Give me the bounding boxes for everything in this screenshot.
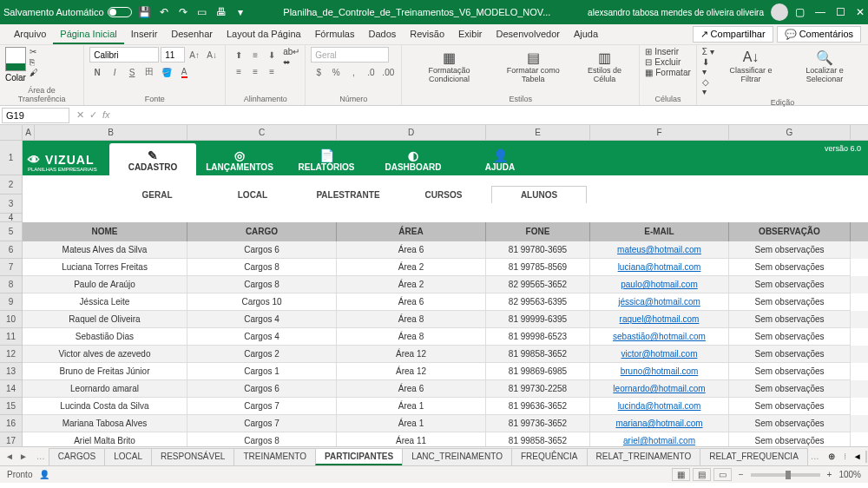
avatar[interactable] (771, 3, 788, 21)
cell-obs[interactable]: Sem observações (729, 276, 851, 293)
row-header[interactable]: 13 (0, 363, 23, 380)
table-row[interactable]: Jéssica LeiteCargos 10Área 682 99563-639… (23, 293, 868, 311)
table-row[interactable]: Victor alves de azevedoCargos 2Área 1281… (23, 346, 868, 363)
row-header[interactable]: 9 (0, 293, 23, 311)
row-header[interactable]: 15 (0, 398, 23, 415)
cell-obs[interactable]: Sem observações (729, 415, 851, 432)
cell-email[interactable]: mateus@hotmail.com (590, 241, 729, 259)
font-color-icon[interactable]: A (176, 64, 192, 80)
nav-dashboard[interactable]: ◐DASHBOARD (370, 148, 457, 175)
formula-input[interactable] (115, 109, 868, 122)
row-header[interactable]: 7 (0, 259, 23, 276)
increase-decimal-icon[interactable]: .0 (363, 64, 378, 80)
cell-nome[interactable]: Ariel Malta Brito (23, 432, 187, 446)
cell-fone[interactable]: 81 99780-3695 (486, 241, 590, 259)
font-name-select[interactable] (89, 47, 159, 63)
accessibility-icon[interactable]: 👤 (39, 470, 49, 479)
cell-cargo[interactable]: Cargos 8 (187, 276, 337, 293)
col-header[interactable]: G (729, 125, 851, 140)
sheet-tab[interactable]: TREINAMENTO (233, 448, 316, 465)
ribbon-tab[interactable]: Página Inicial (53, 25, 123, 44)
name-box[interactable] (2, 108, 69, 123)
cell-area[interactable]: Área 2 (337, 259, 486, 276)
decrease-decimal-icon[interactable]: .00 (380, 64, 396, 80)
autosave-toggle[interactable]: Salvamento Automático (3, 7, 132, 17)
table-row[interactable]: Bruno de Freitas JúniorCargos 1Área 1281… (23, 363, 868, 380)
close-icon[interactable]: ✕ (856, 6, 865, 18)
table-row[interactable]: Ariel Malta BritoCargos 8Área 1181 99858… (23, 432, 868, 446)
nav-lancamentos[interactable]: ◎LANÇAMENTOS (196, 148, 283, 175)
cell-email[interactable]: raquel@hotmail.com (590, 311, 729, 328)
sheet-next-icon[interactable]: ► (19, 452, 28, 461)
table-row[interactable]: Mateus Alves da SilvaCargos 6Área 681 99… (23, 241, 868, 259)
row-header[interactable]: 8 (0, 276, 23, 293)
clear-icon[interactable]: ◇ ▾ (702, 77, 715, 96)
sheet-tab[interactable]: RELAT_FREQUENCIA (700, 448, 808, 465)
align-top-icon[interactable]: ⬆ (231, 47, 247, 63)
sheet-tab[interactable]: PARTICIPANTES (315, 448, 403, 465)
cell-nome[interactable]: Raquel de Oliveira (23, 311, 187, 328)
cell-cargo[interactable]: Cargos 8 (187, 259, 337, 276)
subnav-alunos[interactable]: ALUNOS (491, 186, 587, 203)
subnav-cursos[interactable]: CURSOS (396, 187, 491, 203)
sheet-tab[interactable]: RELAT_TREINAMENTO (587, 448, 701, 465)
cell-nome[interactable]: Luciana Torres Freitas (23, 259, 187, 276)
table-row[interactable]: Paulo de AraújoCargos 8Área 282 99565-36… (23, 276, 868, 293)
currency-icon[interactable]: $ (311, 64, 326, 80)
cell-email[interactable]: leornardo@hotmail.com (590, 380, 729, 398)
ribbon-tab[interactable]: Arquivo (7, 25, 53, 44)
ribbon-tab[interactable]: Inserir (124, 25, 165, 44)
cell-area[interactable]: Área 8 (337, 328, 486, 346)
align-center-icon[interactable]: ≡ (247, 63, 263, 79)
table-row[interactable]: Luciana Torres FreitasCargos 8Área 281 9… (23, 259, 868, 276)
cell-nome[interactable]: Mateus Alves da Silva (23, 241, 187, 259)
cell-area[interactable]: Área 6 (337, 293, 486, 311)
row-header[interactable]: 4 (0, 214, 23, 222)
row-header[interactable]: 12 (0, 346, 23, 363)
cell-area[interactable]: Área 1 (337, 398, 486, 415)
minimize-icon[interactable]: — (815, 6, 825, 18)
zoom-out-icon[interactable]: − (739, 470, 744, 479)
cell-cargo[interactable]: Cargos 7 (187, 398, 337, 415)
fill-color-icon[interactable]: 🪣 (159, 64, 174, 80)
ribbon-tab[interactable]: Desenvolvedor (490, 25, 567, 44)
bold-icon[interactable]: N (89, 64, 105, 80)
row-header[interactable]: 14 (0, 380, 23, 398)
select-all-corner[interactable] (0, 125, 23, 141)
cell-obs[interactable]: Sem observações (729, 398, 851, 415)
cell-obs[interactable]: Sem observações (729, 293, 851, 311)
redo-icon[interactable]: ↷ (177, 6, 189, 18)
cell-cargo[interactable]: Cargos 4 (187, 328, 337, 346)
ribbon-options-icon[interactable]: ▢ (795, 6, 805, 18)
cell-area[interactable]: Área 12 (337, 363, 486, 380)
row-header[interactable]: 5 (0, 222, 23, 241)
delete-cells-button[interactable]: ⊟ Excluir (645, 57, 691, 67)
cell-email[interactable]: paulo@hotmail.com (590, 276, 729, 293)
cell-fone[interactable]: 81 99998-6523 (486, 328, 590, 346)
ribbon-tab[interactable]: Fórmulas (308, 25, 362, 44)
paste-button[interactable]: Colar (5, 47, 26, 82)
font-size-select[interactable] (161, 47, 185, 63)
table-row[interactable]: Sebastião DiasCargos 4Área 881 99998-652… (23, 328, 868, 346)
ribbon-tab[interactable]: Layout da Página (220, 25, 308, 44)
format-as-table-button[interactable]: ▤Formatar como Tabela (495, 47, 572, 85)
col-header[interactable]: B (35, 125, 187, 140)
ribbon-tab[interactable]: Dados (361, 25, 403, 44)
cell-nome[interactable]: Leornardo amaral (23, 380, 187, 398)
zoom-level[interactable]: 100% (838, 470, 861, 479)
zoom-slider[interactable] (751, 473, 820, 477)
sort-filter-button[interactable]: A↓Classificar e Filtrar (719, 47, 784, 85)
sheet-tab[interactable]: FREQUÊNCIA (511, 448, 588, 465)
subnav-geral[interactable]: GERAL (109, 187, 205, 203)
grow-font-icon[interactable]: A↑ (187, 47, 202, 63)
toggle-switch-icon[interactable] (108, 7, 132, 17)
maximize-icon[interactable]: ☐ (836, 6, 845, 18)
fill-icon[interactable]: ⬇ ▾ (702, 57, 715, 76)
subnav-palestrante[interactable]: PALESTRANTE (300, 187, 396, 203)
cell-nome[interactable]: Mariana Tabosa Alves (23, 415, 187, 432)
qat-dropdown-icon[interactable]: ▾ (234, 6, 247, 18)
horizontal-scrollbar[interactable] (865, 451, 867, 463)
page-break-view-icon[interactable]: ▭ (713, 468, 732, 481)
row-header[interactable]: 2 (0, 175, 23, 195)
col-header[interactable]: F (590, 125, 729, 140)
